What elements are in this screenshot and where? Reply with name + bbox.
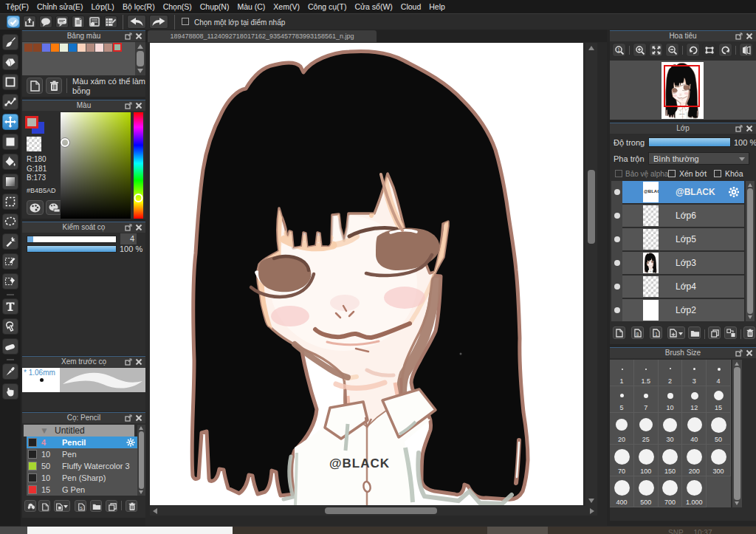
svg-text:S: S	[80, 505, 83, 510]
svg-text:@BLACK: @BLACK	[329, 456, 390, 470]
svg-text:8: 8	[636, 332, 639, 337]
svg-text:1: 1	[617, 47, 620, 52]
svg-text:1: 1	[655, 332, 658, 337]
